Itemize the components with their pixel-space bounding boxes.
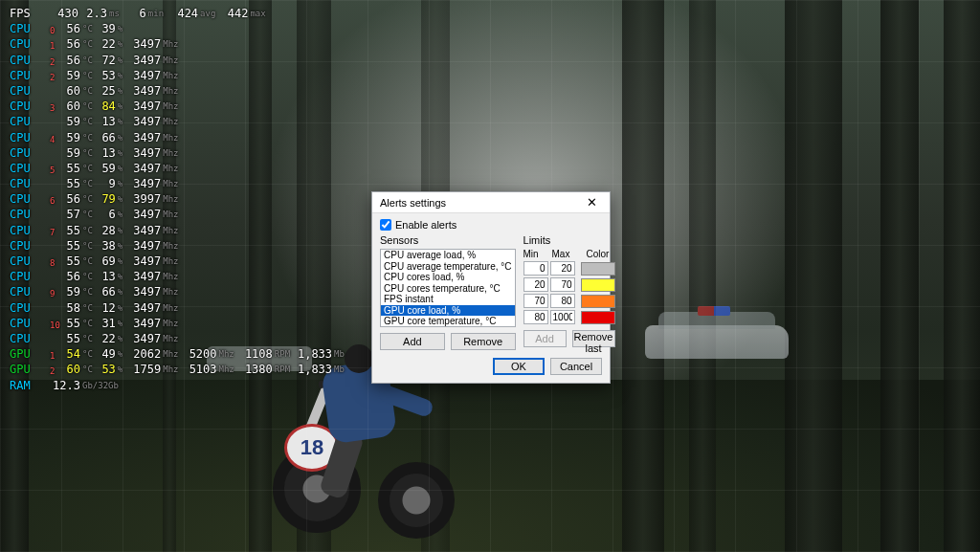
osd-cpu-row: CPU855°C69%3497Mhz [10,254,345,269]
sensors-label: Sensors [380,234,516,246]
osd-cpu-row: CPU 56°C13%3497Mhz [10,269,345,284]
tree-trunk [944,0,980,552]
osd-cpu-row: CPU256°C72%3497Mhz [10,53,345,68]
limit-color-swatch[interactable] [581,278,615,292]
osd-gpu-row: GPU260°C53%1759Mhz5103Mhz1380RPM1,833Mb [10,362,345,377]
tree-trunk [785,0,842,552]
limit-min-input[interactable] [523,277,548,292]
limit-min-input[interactable] [523,310,548,324]
limit-row [523,277,615,292]
osd-cpu-row: CPU555°C59%3497Mhz [10,161,345,176]
limit-row [523,294,615,308]
sensor-list-item[interactable]: CPU cores temperature, °C [381,283,515,295]
osd-cpu-row: CPU 55°C22%3497Mhz [10,331,345,346]
sensor-list-item[interactable]: CPU cores load, % [381,272,515,283]
osd-cpu-row: CPU360°C84%3497Mhz [10,99,345,114]
limit-color-swatch[interactable] [581,262,615,276]
min-header: Min [523,249,550,259]
osd-cpu-row: CPU 55°C9%3497Mhz [10,176,345,191]
limit-max-input[interactable] [550,294,575,308]
sensor-list-item[interactable]: GPU core temperature, °C [381,316,515,327]
max-header: Max [552,249,581,259]
osd-fps-row: FPS4302.3ms6min424avg442max [10,6,345,21]
osd-cpu-row: CPU959°C66%3497Mhz [10,284,345,299]
ok-button[interactable]: OK [493,358,545,375]
osd-cpu-row: CPU 60°C25%3497Mhz [10,83,345,99]
limit-max-input[interactable] [550,277,575,292]
police-car [645,325,789,359]
osd-cpu-row: CPU 59°C13%3497Mhz [10,145,345,161]
osd-cpu-row: CPU1055°C31%3497Mhz [10,316,345,331]
osd-cpu-row: CPU 58°C12%3497Mhz [10,300,345,316]
osd-cpu-row: CPU156°C22%3497Mhz [10,36,345,52]
sensor-list-item[interactable]: CPU average load, % [381,250,515,261]
tree-trunk [689,0,716,552]
remove-sensor-button[interactable]: Remove [451,333,516,350]
sensor-list-item[interactable]: CPU average temperature, °C [381,261,515,273]
alerts-settings-dialog: Alerts settings ✕ Enable alerts Sensors … [371,191,611,384]
osd-cpu-row: CPU656°C79%3997Mhz [10,191,345,207]
close-button[interactable]: ✕ [577,194,606,211]
osd-cpu-row: CPU 57°C6%3497Mhz [10,207,345,222]
osd-gpu-row: GPU154°C49%2062Mhz5200Mhz1108RPM1,833Mb [10,346,345,362]
limits-label: Limits [523,234,615,246]
osd-ram-row: RAM12.3Gb/32Gb [10,378,345,393]
tree-trunk [880,0,919,552]
osd-cpu-row: CPU 59°C13%3497Mhz [10,114,345,129]
limit-color-swatch[interactable] [581,295,615,308]
add-sensor-button[interactable]: Add [380,333,445,350]
limit-row [523,261,615,276]
limit-row [523,310,615,324]
limit-max-input[interactable] [550,310,575,324]
dialog-title: Alerts settings [380,197,446,209]
limit-min-input[interactable] [523,294,548,308]
osd-cpu-row: CPU755°C28%3497Mhz [10,223,345,238]
remove-last-limit-button[interactable]: Remove last [572,330,615,347]
osd-cpu-row: CPU259°C53%3497Mhz [10,68,345,83]
osd-cpu-row: CPU459°C66%3497Mhz [10,130,345,145]
enable-alerts-input[interactable] [380,219,391,231]
performance-overlay: FPS4302.3ms6min424avg442maxCPU056°C39%CP… [10,6,345,393]
cancel-button[interactable]: Cancel [550,358,602,375]
enable-alerts-checkbox[interactable]: Enable alerts [380,219,602,231]
osd-cpu-row: CPU056°C39% [10,21,345,36]
limit-max-input[interactable] [550,261,575,276]
tree-trunk [622,0,664,552]
sensor-list-item[interactable]: RAM physical load, Mb [381,327,515,328]
color-header: Color [587,249,610,259]
osd-cpu-row: CPU 55°C38%3497Mhz [10,238,345,254]
limit-color-swatch[interactable] [581,311,615,324]
sensors-listbox[interactable]: CPU average load, %CPU average temperatu… [380,249,516,327]
limit-min-input[interactable] [523,261,548,276]
sensor-list-item[interactable]: FPS instant [381,294,515,305]
add-limit-button[interactable]: Add [523,330,567,347]
sensor-list-item[interactable]: GPU core load, % [381,305,515,317]
dialog-titlebar[interactable]: Alerts settings ✕ [372,192,610,213]
